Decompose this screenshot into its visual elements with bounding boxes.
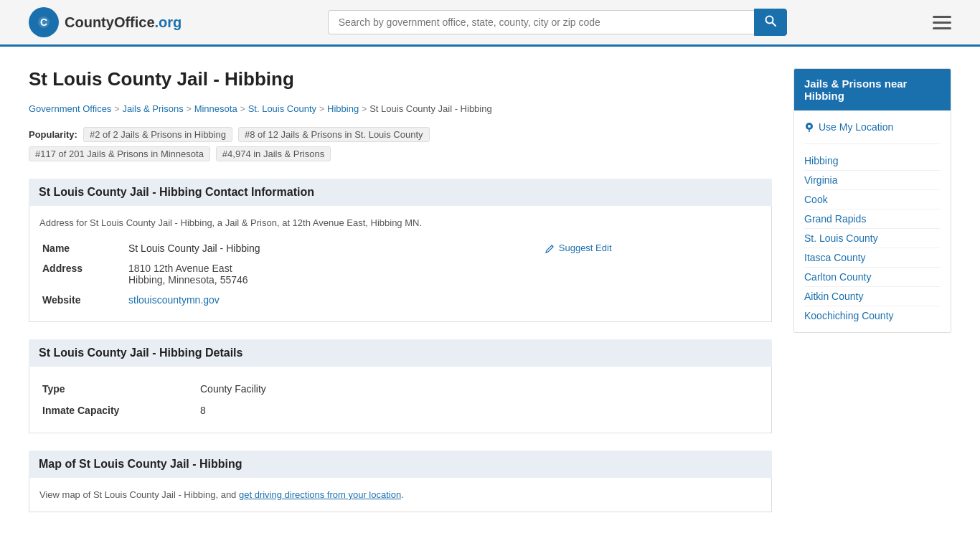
- popularity-rank2: #8 of 12 Jails & Prisons in St. Louis Co…: [238, 127, 430, 142]
- popularity-rank3: #117 of 201 Jails & Prisons in Minnesota: [29, 146, 210, 161]
- location-pin-icon: [804, 122, 814, 132]
- map-description: View map of St Louis County Jail - Hibbi…: [39, 489, 761, 500]
- page-title: St Louis County Jail - Hibbing: [29, 68, 772, 90]
- sidebar-link-koochiching-county[interactable]: Koochiching County: [804, 306, 941, 325]
- contact-address-label: Address: [39, 258, 126, 290]
- contact-name-label: Name: [39, 238, 126, 258]
- contact-name-row: Name St Louis County Jail - Hibbing Sugg…: [39, 238, 761, 258]
- use-my-location-link[interactable]: Use My Location: [819, 118, 893, 136]
- details-section-body: Type County Facility Inmate Capacity 8: [29, 367, 772, 433]
- popularity-row: Popularity: #2 of 2 Jails & Prisons in H…: [29, 127, 772, 142]
- breadcrumb-sep-1: >: [114, 104, 119, 114]
- sidebar-link-grand-rapids[interactable]: Grand Rapids: [804, 209, 941, 229]
- sidebar-body: Use My Location Hibbing Virginia Cook Gr…: [794, 110, 951, 332]
- sidebar-link-virginia[interactable]: Virginia: [804, 171, 941, 190]
- sidebar-link-carlton-county[interactable]: Carlton County: [804, 268, 941, 287]
- map-section-header: Map of St Louis County Jail - Hibbing: [29, 451, 772, 478]
- breadcrumb-link-minnesota[interactable]: Minnesota: [194, 103, 237, 114]
- contact-website-label: Website: [39, 290, 126, 310]
- search-area: [328, 9, 787, 36]
- contact-section-body: Address for St Louis County Jail - Hibbi…: [29, 206, 772, 322]
- menu-icon[interactable]: [933, 16, 951, 29]
- sidebar-location-row: Use My Location: [804, 118, 941, 144]
- breadcrumb-sep-2: >: [187, 104, 192, 114]
- sidebar-box: Jails & Prisons near Hibbing Use My Loca…: [793, 68, 951, 333]
- sidebar-link-st-louis-county[interactable]: St. Louis County: [804, 229, 941, 248]
- map-desc-before: View map of St Louis County Jail - Hibbi…: [39, 489, 239, 500]
- search-button[interactable]: [754, 9, 787, 36]
- content-area: St Louis County Jail - Hibbing Governmen…: [29, 68, 772, 512]
- logo-area: C CountyOffice.org: [29, 7, 182, 37]
- map-section-body: View map of St Louis County Jail - Hibbi…: [29, 478, 772, 512]
- suggest-edit-label: Suggest Edit: [559, 242, 612, 253]
- breadcrumb-link-st-louis-county[interactable]: St. Louis County: [248, 103, 316, 114]
- breadcrumb-sep-3: >: [240, 104, 245, 114]
- popularity-rank4: #4,974 in Jails & Prisons: [216, 146, 331, 161]
- breadcrumb-sep-4: >: [319, 104, 324, 114]
- details-capacity-row: Inmate Capacity 8: [39, 400, 761, 421]
- site-header: C CountyOffice.org: [0, 0, 980, 47]
- breadcrumb: Government Offices > Jails & Prisons > M…: [29, 103, 772, 114]
- contact-website-link[interactable]: stlouiscountymn.gov: [128, 294, 220, 306]
- map-desc-after: .: [401, 489, 404, 500]
- details-type-label: Type: [39, 378, 197, 400]
- popularity-row-2: #117 of 201 Jails & Prisons in Minnesota…: [29, 146, 772, 161]
- contact-name-value: St Louis County Jail - Hibbing: [126, 238, 542, 258]
- details-type-row: Type County Facility: [39, 378, 761, 400]
- sidebar-link-aitkin-county[interactable]: Aitkin County: [804, 287, 941, 306]
- map-directions-link[interactable]: get driving directions from your locatio…: [239, 489, 401, 500]
- contact-address-line1: 1810 12th Avenue East: [128, 263, 540, 274]
- contact-website-value: stlouiscountymn.gov: [126, 290, 542, 310]
- contact-address-line2: Hibbing, Minnesota, 55746: [128, 274, 540, 286]
- sidebar-title: Jails & Prisons near Hibbing: [794, 69, 951, 110]
- logo-text: CountyOffice.org: [65, 14, 182, 31]
- sidebar-link-cook[interactable]: Cook: [804, 190, 941, 209]
- main-container: St Louis County Jail - Hibbing Governmen…: [0, 47, 980, 534]
- popularity-rank1: #2 of 2 Jails & Prisons in Hibbing: [83, 127, 232, 142]
- svg-point-6: [808, 125, 811, 128]
- contact-address-values: 1810 12th Avenue East Hibbing, Minnesota…: [126, 258, 542, 290]
- suggest-edit-cell: Suggest Edit: [542, 238, 761, 310]
- breadcrumb-link-gov-offices[interactable]: Government Offices: [29, 103, 111, 114]
- popularity-label: Popularity:: [29, 129, 77, 140]
- suggest-edit-button[interactable]: Suggest Edit: [545, 242, 758, 253]
- details-capacity-label: Inmate Capacity: [39, 400, 197, 421]
- breadcrumb-link-jails[interactable]: Jails & Prisons: [122, 103, 183, 114]
- sidebar-link-itasca-county[interactable]: Itasca County: [804, 248, 941, 268]
- svg-text:C: C: [40, 17, 47, 28]
- contact-info-table: Name St Louis County Jail - Hibbing Sugg…: [39, 238, 761, 310]
- logo-icon: C: [29, 7, 59, 37]
- breadcrumb-current: St Louis County Jail - Hibbing: [369, 103, 492, 114]
- sidebar-link-hibbing[interactable]: Hibbing: [804, 151, 941, 171]
- svg-line-4: [772, 23, 776, 27]
- breadcrumb-link-hibbing[interactable]: Hibbing: [327, 103, 359, 114]
- details-table: Type County Facility Inmate Capacity 8: [39, 378, 761, 421]
- details-section-header: St Louis County Jail - Hibbing Details: [29, 339, 772, 367]
- details-capacity-value: 8: [197, 400, 761, 421]
- search-input[interactable]: [328, 10, 754, 34]
- contact-description: Address for St Louis County Jail - Hibbi…: [39, 217, 761, 228]
- contact-section-header: St Louis County Jail - Hibbing Contact I…: [29, 179, 772, 206]
- suggest-edit-icon: [545, 243, 555, 253]
- sidebar: Jails & Prisons near Hibbing Use My Loca…: [793, 68, 951, 512]
- details-type-value: County Facility: [197, 378, 761, 400]
- logo-ext: .org: [155, 14, 182, 30]
- breadcrumb-sep-5: >: [362, 104, 367, 114]
